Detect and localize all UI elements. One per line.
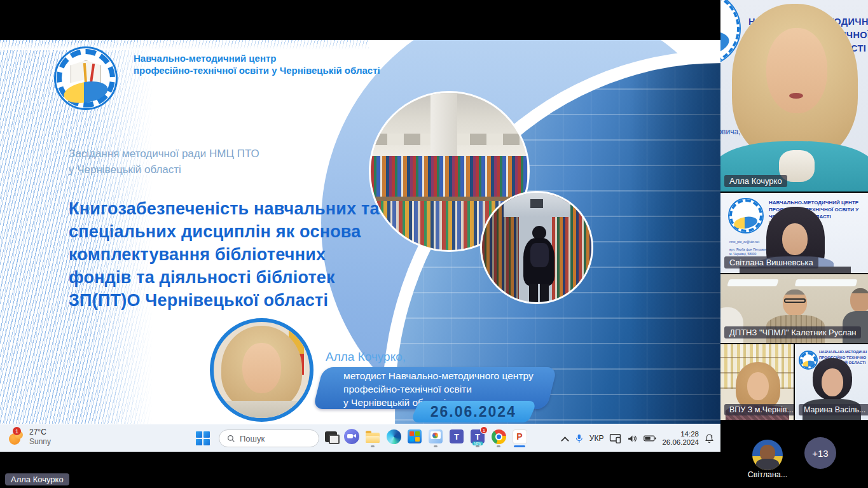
chrome-icon [492,429,506,444]
taskbar-dock: T T 1 NEW P [323,429,527,444]
ceiling-light [727,279,779,286]
hatch-pattern-top [0,40,369,50]
tray-date: 26.06.2024 [662,438,699,447]
folder-icon [366,433,380,443]
video-tile[interactable]: НАВЧАЛЬНО-МЕТОДИЧН ПРОФЕСІЙНО-ТЕХНІЧНО Ч… [795,344,868,420]
tile-banner-email: nmc_pto_cv@ukr.net [729,240,759,244]
teams-notification-badge: 1 [480,426,488,434]
participant-avatar[interactable] [752,440,783,470]
windows-taskbar: 1 27°C Sunny Пошук [0,424,720,452]
clock[interactable]: 14:28 26.06.2024 [662,430,699,447]
teams-icon: T [450,429,464,443]
start-button[interactable] [196,431,210,445]
bottom-strip: Алла Кочурко [0,452,720,488]
participant-name-label: ВПУ З м.Чернів... [724,404,794,415]
language-indicator[interactable]: УКР [589,434,604,443]
edge-button[interactable] [386,429,401,444]
search-placeholder: Пошук [240,434,265,443]
powerpoint-button[interactable]: P [512,429,527,444]
speaker-icon[interactable] [627,434,638,443]
video-tile[interactable]: НАВЧАЛЬНО-МЕТОДИЧНИЙ ЦЕНТР ПРОФЕСІЙНО-ТЕ… [720,193,868,273]
system-tray: УКР [562,428,714,449]
screen: Навчально-методичний центр професійно-те… [0,0,868,488]
glasses [784,298,806,303]
participant-name-label: Алла Кочурко [724,175,787,187]
ceiling-light [795,279,858,286]
tray-chevron-icon[interactable] [562,436,568,443]
self-name-label: Алла Кочурко [5,473,69,485]
chat-icon [344,429,359,444]
battery-icon[interactable] [644,435,656,442]
video-tile[interactable]: ДПТНЗ "ЧПМЛ" Калетник Руслан [720,274,868,343]
shared-screen-area: Навчально-методичний центр професійно-те… [0,0,720,488]
participant-silhouette [783,289,807,316]
overflow-participant-name: Світлана... [736,470,799,479]
chat-button[interactable] [344,429,359,444]
presenter-photo [210,318,313,422]
weather-widget[interactable]: 1 27°C Sunny [8,428,51,447]
video-tile[interactable]: ВПУ З м.Чернів... [720,344,794,420]
microsoft-store-button[interactable] [407,429,422,444]
search-input[interactable]: Пошук [219,429,319,447]
microphone-icon[interactable] [574,433,584,444]
file-explorer-button[interactable] [365,429,380,444]
slide-date: 26.06.2024 [431,403,516,421]
sun-icon: 1 [8,429,24,445]
store-icon [408,429,422,443]
presenter-name: Алла Кочурко, [326,350,406,364]
powerpoint-icon: P [513,429,527,444]
participant-name-label: ДПТНЗ "ЧПМЛ" Калетник Руслан [724,326,861,338]
notification-bell-icon[interactable] [705,433,714,443]
edge-icon [387,429,401,444]
date-ribbon: 26.06.2024 [410,401,537,422]
participant-name-label: Світлана Вишневська [724,256,818,268]
weather-badge: 1 [13,427,21,435]
participants-sidebar: НАВЧАЛЬНО-МЕТОДИЧНИЙ ЦЕНТР ПРОФЕСІЙНО-ТЕ… [720,0,868,488]
task-view-icon [325,431,337,442]
slide-title: Книгозабезпеченість навчальних та спеціа… [69,197,380,312]
sidebar-overflow-area: Світлана... +13 [720,421,868,488]
video-tile[interactable]: НАВЧАЛЬНО-МЕТОДИЧНИЙ ЦЕНТР ПРОФЕСІЙНО-ТЕ… [720,0,868,192]
org-name: Навчально-методичний центр професійно-те… [134,52,380,76]
presentation-slide: Навчально-методичний центр професійно-те… [0,40,720,424]
nmc-logo-small [728,198,764,234]
chrome-button[interactable] [491,429,506,444]
task-view-button[interactable] [323,429,338,444]
overflow-count-badge[interactable]: +13 [804,437,836,469]
participant-name-label: Марина Васіль... [799,404,868,415]
participant-silhouette [850,288,868,312]
photos-icon [429,429,443,443]
nmc-logo [54,46,118,110]
teams-button[interactable]: T [449,429,464,444]
weather-temp: 27°C [29,428,51,437]
weather-desc: Sunny [29,437,51,447]
library-aisle-photo [480,191,593,304]
teams-classic-button[interactable]: T 1 NEW [470,429,485,444]
cast-screen-icon[interactable] [609,433,621,443]
slide-subtitle: Засідання методичної ради НМЦ ПТО у Черн… [69,146,259,178]
tray-time: 14:28 [662,430,699,439]
search-icon [227,435,235,443]
photos-button[interactable] [428,429,443,444]
